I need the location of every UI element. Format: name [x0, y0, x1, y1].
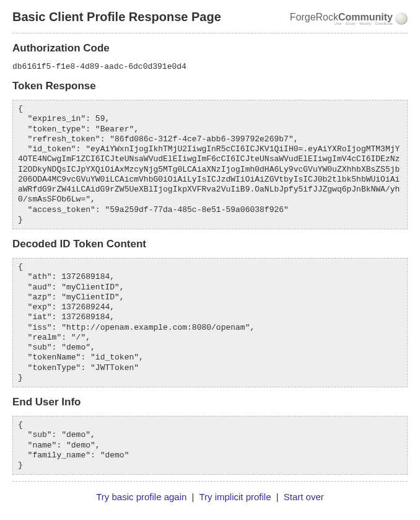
orb-icon [395, 12, 408, 25]
footer-links: Try basic profile again | Try implicit p… [12, 491, 408, 502]
separator: | [276, 491, 279, 502]
end-user-block: { "sub": "demo", "name": "demo", "family… [12, 416, 408, 475]
try-implicit-link[interactable]: Try implicit profile [199, 491, 271, 502]
divider [12, 481, 408, 482]
divider [12, 33, 408, 33]
decoded-id-block: { "ath": 1372689184, "aud": "myClientID"… [12, 258, 408, 387]
brand-logo: ForgeRockCommunity Use · Study · Modify … [290, 12, 408, 25]
brand-text: ForgeRockCommunity [290, 12, 393, 22]
separator: | [192, 491, 195, 502]
header: Basic Client Profile Response Page Forge… [12, 10, 408, 27]
try-basic-link[interactable]: Try basic profile again [96, 491, 186, 502]
page-title: Basic Client Profile Response Page [12, 10, 221, 24]
decoded-id-heading: Decoded ID Token Content [12, 238, 408, 250]
auth-code-heading: Authorization Code [12, 42, 408, 55]
token-response-heading: Token Response [12, 80, 408, 92]
end-user-heading: End User Info [12, 396, 408, 408]
start-over-link[interactable]: Start over [284, 491, 324, 502]
auth-code-value: db6161f5-f1e8-4d89-aadc-6dc0d391e0d4 [12, 62, 408, 71]
token-response-block: { "expires_in": 59, "token_type": "Beare… [12, 100, 408, 229]
